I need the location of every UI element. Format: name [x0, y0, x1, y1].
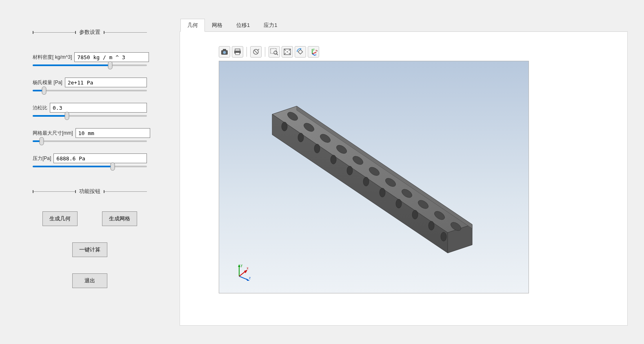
buttons-section-header: 功能按钮 [33, 188, 147, 195]
svg-line-20 [312, 54, 315, 55]
svg-point-10 [274, 51, 277, 54]
param-label: 材料密度[ kg/m^3] [33, 54, 74, 61]
svg-text:z: z [249, 276, 251, 280]
svg-point-2 [223, 51, 226, 54]
tab[interactable]: 应力1 [257, 19, 284, 32]
param-label: 杨氏模量 [Pa] [33, 79, 65, 86]
svg-point-46 [412, 210, 418, 219]
zoom-window-icon[interactable] [269, 46, 280, 58]
svg-marker-50 [238, 264, 240, 267]
axis-triad-icon[interactable]: yxz [308, 46, 319, 58]
tab[interactable]: 几何 [180, 19, 205, 32]
svg-point-47 [429, 221, 434, 230]
viewport-3d[interactable]: y z x [219, 61, 529, 293]
param-input[interactable] [74, 52, 149, 62]
svg-text:z: z [315, 53, 317, 56]
viewer-panel: yxz [180, 32, 628, 326]
tab[interactable]: 网格 [205, 19, 229, 32]
param-row: 泊松比 [33, 103, 147, 113]
param-slider[interactable] [33, 90, 147, 91]
tab[interactable]: 位移1 [229, 19, 257, 32]
generate-mesh-button[interactable]: 生成网格 [102, 211, 137, 226]
buttons-section-title: 功能按钮 [79, 188, 100, 195]
param-row: 材料密度[ kg/m^3] [33, 52, 147, 62]
toolbar-separator [246, 47, 247, 57]
sidebar: 参数设置 材料密度[ kg/m^3]杨氏模量 [Pa]泊松比网格最大尺寸[mm]… [0, 0, 180, 344]
param-slider[interactable] [33, 166, 147, 167]
param-slider[interactable] [33, 115, 147, 117]
svg-point-45 [396, 199, 402, 208]
svg-rect-5 [235, 53, 240, 55]
param-input[interactable] [50, 103, 147, 113]
svg-point-42 [347, 166, 353, 175]
svg-line-7 [254, 50, 258, 53]
axis-triad: y z x [235, 262, 253, 281]
svg-point-48 [441, 232, 446, 241]
param-input[interactable] [65, 78, 147, 87]
viewer-toolbar: yxz [219, 46, 619, 58]
svg-marker-15 [300, 48, 302, 50]
svg-point-13 [287, 51, 288, 52]
svg-rect-14 [298, 49, 302, 54]
model-render [219, 61, 529, 293]
param-input[interactable] [76, 128, 150, 138]
svg-text:y: y [241, 264, 243, 267]
svg-point-38 [282, 122, 287, 131]
svg-point-40 [314, 144, 320, 153]
param-row: 杨氏模量 [Pa] [33, 78, 147, 87]
svg-rect-1 [223, 49, 226, 51]
param-label: 网格最大尺寸[mm] [33, 130, 76, 137]
exit-button[interactable]: 退出 [72, 273, 107, 288]
svg-point-41 [331, 155, 336, 164]
compute-button[interactable]: 一键计算 [72, 242, 107, 257]
svg-text:y: y [313, 48, 315, 51]
tab-strip: 几何网格位移1应力1 [180, 18, 628, 32]
param-row: 网格最大尺寸[mm] [33, 128, 147, 138]
params-section-title: 参数设置 [79, 29, 100, 36]
generate-geometry-button[interactable]: 生成几何 [42, 211, 78, 226]
svg-text:x: x [246, 266, 249, 270]
param-row: 压力[Pa] [33, 153, 147, 163]
svg-marker-22 [317, 50, 318, 51]
svg-line-11 [277, 54, 278, 55]
rotate-icon[interactable] [295, 46, 306, 58]
params-section-header: 参数设置 [33, 29, 147, 36]
svg-marker-56 [244, 270, 247, 273]
param-slider[interactable] [33, 64, 147, 66]
restore-icon[interactable] [250, 46, 262, 58]
svg-text:x: x [315, 49, 317, 52]
main-area: 几何网格位移1应力1 yxz [180, 0, 644, 344]
svg-point-39 [298, 133, 304, 142]
camera-icon[interactable] [219, 46, 230, 58]
param-label: 泊松比 [33, 104, 50, 111]
toolbar-separator [265, 47, 265, 57]
print-icon[interactable] [232, 46, 243, 58]
param-label: 压力[Pa] [33, 155, 53, 162]
param-input[interactable] [53, 153, 147, 163]
fit-icon[interactable] [282, 46, 293, 58]
param-slider[interactable] [33, 140, 147, 142]
svg-point-43 [363, 177, 369, 186]
svg-point-44 [380, 188, 385, 197]
